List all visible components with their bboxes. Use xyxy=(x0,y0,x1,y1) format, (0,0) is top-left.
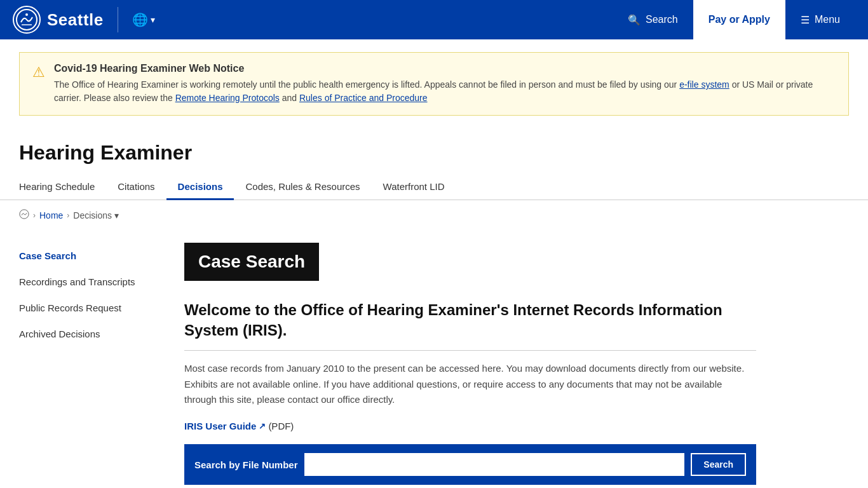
main-content: Case Search Welcome to the Office of Hea… xyxy=(184,243,756,485)
tab-codes-rules-resources[interactable]: Codes, Rules & Resources xyxy=(234,175,371,200)
remote-hearing-link[interactable]: Remote Hearing Protocols xyxy=(175,93,280,103)
menu-label: Menu xyxy=(815,14,840,25)
notice-content: Covid-19 Hearing Examiner Web Notice The… xyxy=(54,63,836,105)
search-label: Search xyxy=(646,14,678,25)
breadcrumb-decisions-dropdown[interactable]: Decisions ▾ xyxy=(73,210,119,220)
logo-svg xyxy=(15,8,38,31)
pay-apply-label: Pay or Apply xyxy=(709,14,770,25)
svg-point-1 xyxy=(25,13,28,16)
breadcrumb-home-icon xyxy=(19,209,29,221)
header-left: Seattle 🌐 ▾ xyxy=(13,6,155,34)
page-title-section: Hearing Examiner xyxy=(0,128,868,165)
site-header: Seattle 🌐 ▾ 🔍 Search Pay or Apply ☰ Menu xyxy=(0,0,868,39)
iris-link-label: IRIS User Guide xyxy=(184,421,256,431)
translate-icon: 🌐 xyxy=(132,12,148,27)
search-icon: 🔍 xyxy=(628,14,641,26)
breadcrumb-home-link[interactable]: Home xyxy=(39,210,63,220)
tab-decisions[interactable]: Decisions xyxy=(166,175,234,200)
nav-tabs: Hearing Schedule Citations Decisions Cod… xyxy=(0,175,868,200)
breadcrumb-chevron-down-icon: ▾ xyxy=(114,210,119,220)
content-body-text: Most case records from January 2010 to t… xyxy=(184,361,756,408)
efile-link[interactable]: e-file system xyxy=(679,79,729,90)
search-form-input[interactable] xyxy=(304,453,685,476)
notice-title: Covid-19 Hearing Examiner Web Notice xyxy=(54,63,836,74)
pay-apply-button[interactable]: Pay or Apply xyxy=(693,0,785,39)
site-title: Seattle xyxy=(47,10,104,30)
notice-banner: ⚠ Covid-19 Hearing Examiner Web Notice T… xyxy=(19,52,849,116)
translate-chevron: ▾ xyxy=(151,15,155,25)
notice-text-and: and xyxy=(280,93,299,103)
search-form-button[interactable]: Search xyxy=(691,453,746,476)
header-right: 🔍 Search Pay or Apply ☰ Menu xyxy=(613,0,855,39)
iris-user-guide-link[interactable]: IRIS User Guide ↗ (PDF) xyxy=(184,421,294,431)
menu-button[interactable]: ☰ Menu xyxy=(785,0,855,39)
content-divider xyxy=(184,350,756,351)
breadcrumb: › Home › Decisions ▾ xyxy=(0,200,868,230)
page-title: Hearing Examiner xyxy=(19,141,849,165)
breadcrumb-arrow-1: › xyxy=(33,211,36,220)
translate-button[interactable]: 🌐 ▾ xyxy=(132,12,155,27)
warning-icon: ⚠ xyxy=(32,64,45,81)
sidebar: Case Search Recordings and Transcripts P… xyxy=(19,243,159,485)
tab-waterfront-lid[interactable]: Waterfront LID xyxy=(372,175,456,200)
search-form-bar: Search by File Number Search xyxy=(184,444,756,485)
breadcrumb-arrow-2: › xyxy=(67,211,69,220)
breadcrumb-current: Decisions xyxy=(73,210,112,220)
notice-text-before-link1: The Office of Hearing Examiner is workin… xyxy=(54,79,679,90)
search-button[interactable]: 🔍 Search xyxy=(613,0,693,39)
external-link-icon: ↗ xyxy=(259,421,266,431)
sidebar-item-recordings-transcripts[interactable]: Recordings and Transcripts xyxy=(19,269,159,295)
case-search-heading: Case Search xyxy=(184,243,319,281)
tab-hearing-schedule[interactable]: Hearing Schedule xyxy=(19,175,106,200)
logo-circle xyxy=(13,6,41,34)
welcome-heading: Welcome to the Office of Hearing Examine… xyxy=(184,300,756,341)
menu-icon: ☰ xyxy=(801,14,810,26)
search-form-label: Search by File Number xyxy=(194,459,298,470)
iris-link-suffix: (PDF) xyxy=(268,421,294,431)
sidebar-item-case-search[interactable]: Case Search xyxy=(19,243,159,269)
tab-citations[interactable]: Citations xyxy=(106,175,166,200)
rules-link[interactable]: Rules of Practice and Procedure xyxy=(299,93,428,103)
iris-user-guide-row: IRIS User Guide ↗ (PDF) xyxy=(184,421,756,444)
seattle-logo[interactable]: Seattle xyxy=(13,6,104,34)
notice-body: The Office of Hearing Examiner is workin… xyxy=(54,78,836,105)
sidebar-item-public-records[interactable]: Public Records Request xyxy=(19,295,159,321)
header-divider xyxy=(118,7,118,32)
sidebar-item-archived-decisions[interactable]: Archived Decisions xyxy=(19,321,159,347)
main-layout: Case Search Recordings and Transcripts P… xyxy=(0,230,868,488)
